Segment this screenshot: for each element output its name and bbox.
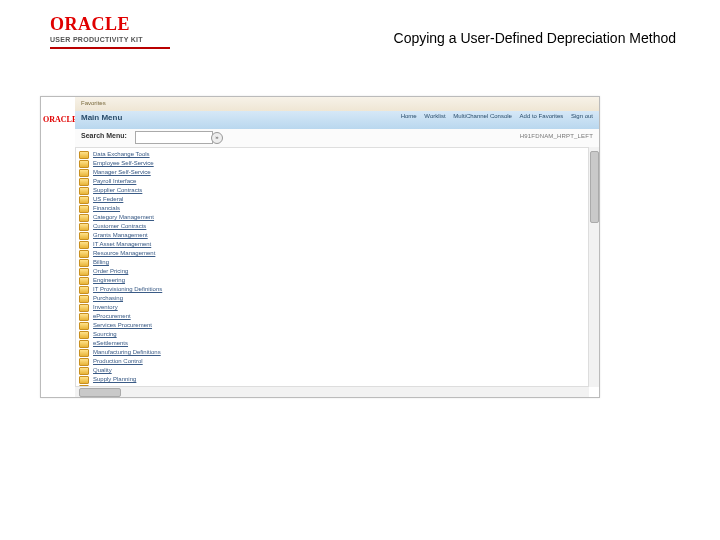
menu-item[interactable]: Supplier Contracts [79, 185, 589, 194]
menu-item-label: eSettlements [93, 340, 128, 346]
top-bar: Main Menu Home Worklist MultiChannel Con… [75, 111, 599, 130]
link-multichannel[interactable]: MultiChannel Console [453, 113, 512, 119]
menu-item[interactable]: US Federal [79, 194, 589, 203]
menu-item[interactable]: Data Exchange Tools [79, 149, 589, 158]
vertical-scrollbar[interactable] [588, 147, 599, 387]
menu-item-label: Production Control [93, 358, 143, 364]
app-window: ORACLE Favorites Main Menu Home Worklist… [40, 96, 600, 398]
menu-item[interactable]: Payroll Interface [79, 176, 589, 185]
menu-item-label: Services Procurement [93, 322, 152, 328]
app-mini-logo: ORACLE [43, 115, 77, 124]
menu-item-label: Sourcing [93, 331, 117, 337]
menu-item-label: Billing [93, 259, 109, 265]
menu-item[interactable]: Services Procurement [79, 320, 589, 329]
menu-item[interactable]: Resource Management [79, 248, 589, 257]
menu-item-label: Category Management [93, 214, 154, 220]
menu-item[interactable]: Employee Self-Service [79, 158, 589, 167]
link-home[interactable]: Home [401, 113, 417, 119]
brand-logo: ORACLE USER PRODUCTIVITY KIT [50, 14, 170, 49]
menu-item[interactable]: Quality [79, 365, 589, 374]
vertical-scroll-thumb[interactable] [590, 151, 599, 223]
menu-item[interactable]: eSettlements [79, 338, 589, 347]
menu-item[interactable]: Customer Contracts [79, 221, 589, 230]
search-go-button[interactable]: » [211, 132, 223, 144]
breadcrumb: H91FDNAM_HRPT_LEFT [520, 133, 593, 139]
horizontal-scroll-thumb[interactable] [79, 388, 121, 397]
menu-item-label: Purchasing [93, 295, 123, 301]
menu-item-label: Payroll Interface [93, 178, 136, 184]
link-sign-out[interactable]: Sign out [571, 113, 593, 119]
menu-item-label: Resource Management [93, 250, 155, 256]
main-menu-label[interactable]: Main Menu [81, 113, 122, 122]
menu-item[interactable]: Production Control [79, 356, 589, 365]
menu-item[interactable]: Grants Management [79, 230, 589, 239]
search-input[interactable] [135, 131, 213, 144]
menu-item-label: Supplier Contracts [93, 187, 142, 193]
menu-item-label: Inventory [93, 304, 118, 310]
favorites-strip[interactable]: Favorites [75, 97, 599, 112]
menu-item-label: Supply Planning [93, 376, 136, 382]
app-logo-column: ORACLE [41, 97, 76, 397]
menu-item-label: Engineering [93, 277, 125, 283]
menu-item[interactable]: Sourcing [79, 329, 589, 338]
menu-item[interactable]: Category Management [79, 212, 589, 221]
menu-item[interactable]: Manufacturing Definitions [79, 347, 589, 356]
menu-item-label: Employee Self-Service [93, 160, 154, 166]
top-links: Home Worklist MultiChannel Console Add t… [395, 113, 593, 119]
menu-item[interactable]: Supply Planning [79, 374, 589, 383]
menu-item[interactable]: Order Pricing [79, 266, 589, 275]
search-row: Search Menu: » H91FDNAM_HRPT_LEFT [75, 129, 599, 148]
menu-item[interactable]: Financials [79, 203, 589, 212]
horizontal-scrollbar[interactable] [75, 386, 589, 397]
page-title: Copying a User-Defined Depreciation Meth… [394, 30, 676, 46]
menu-item[interactable]: Engineering [79, 275, 589, 284]
menu-item-label: Customer Contracts [93, 223, 146, 229]
menu-item-label: Order Pricing [93, 268, 128, 274]
menu-item-label: eProcurement [93, 313, 131, 319]
link-add-favorites[interactable]: Add to Favorites [520, 113, 564, 119]
menu-item-label: Quality [93, 367, 112, 373]
menu-item-label: IT Provisioning Definitions [93, 286, 162, 292]
menu-item-label: Manufacturing Definitions [93, 349, 161, 355]
menu-item-label: US Federal [93, 196, 123, 202]
menu-item-label: Grants Management [93, 232, 148, 238]
menu-item-label: Manager Self-Service [93, 169, 151, 175]
menu-item[interactable]: Billing [79, 257, 589, 266]
link-worklist[interactable]: Worklist [424, 113, 445, 119]
menu-item[interactable]: Manager Self-Service [79, 167, 589, 176]
menu-item[interactable]: eProcurement [79, 311, 589, 320]
favorites-label: Favorites [75, 97, 112, 106]
menu-item[interactable]: IT Asset Management [79, 239, 589, 248]
menu-item-label: Financials [93, 205, 120, 211]
brand-word: ORACLE [50, 14, 170, 35]
search-label: Search Menu: [81, 132, 127, 139]
brand-subtitle: USER PRODUCTIVITY KIT [50, 36, 170, 43]
menu-item[interactable]: IT Provisioning Definitions [79, 284, 589, 293]
brand-rule [50, 47, 170, 49]
menu-item-label: IT Asset Management [93, 241, 151, 247]
menu-item[interactable]: Inventory [79, 302, 589, 311]
menu-item-label: Data Exchange Tools [93, 151, 150, 157]
menu-area: Data Exchange ToolsEmployee Self-Service… [75, 147, 589, 387]
menu-item[interactable]: Purchasing [79, 293, 589, 302]
menu-list: Data Exchange ToolsEmployee Self-Service… [75, 147, 589, 387]
